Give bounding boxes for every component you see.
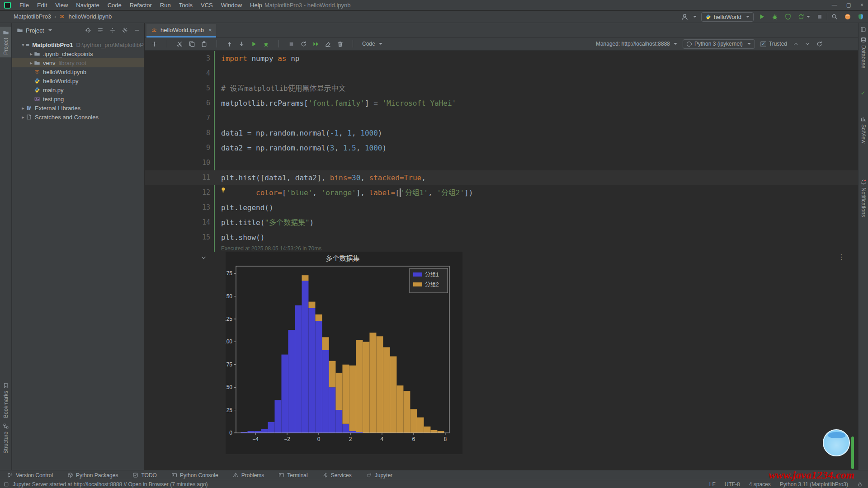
delete-cell-icon[interactable]	[337, 41, 344, 47]
code-line-13[interactable]: 13plt.legend()	[145, 200, 858, 215]
clear-outputs-icon[interactable]	[325, 41, 331, 47]
minimize-window-icon[interactable]: —	[832, 2, 837, 8]
add-cell-icon[interactable]	[151, 41, 158, 47]
menu-edit[interactable]: Edit	[33, 2, 51, 9]
tree-right-chevron-icon[interactable]: ▸	[20, 114, 26, 120]
cell-type-select[interactable]: Code	[362, 41, 382, 47]
go-to-next-cell-icon[interactable]	[804, 41, 811, 47]
run-cell-icon[interactable]	[250, 41, 257, 47]
tree-item-venv[interactable]: ▸venvlibrary root	[12, 58, 144, 67]
tab-helloworld-ipynb[interactable]: helloWorld.ipynb ×	[146, 24, 216, 38]
tool-window-button-terminal[interactable]: Terminal	[271, 472, 315, 479]
tree-right-chevron-icon[interactable]: ▸	[28, 51, 34, 57]
code-line-6[interactable]: 6matplotlib.rcParams['font.family'] = 'M…	[145, 96, 858, 111]
code-line-11[interactable]: 11plt.hist([data1, data2], bins=30, stac…	[145, 170, 858, 185]
status-widget-line-ending[interactable]: LF	[709, 481, 716, 488]
jupyter-server-select[interactable]: Managed: http://localhost:8888	[596, 41, 677, 47]
tool-window-button-jupyter[interactable]: Jupyter	[359, 472, 400, 479]
project-panel-title[interactable]: Project	[26, 27, 44, 34]
code-line-15[interactable]: 15plt.show()	[145, 230, 858, 245]
status-widget-encoding[interactable]: UTF-8	[725, 481, 740, 488]
tree-item-test-png[interactable]: test.png	[12, 94, 144, 103]
status-widget-interpreter[interactable]: Python 3.11 (MatplotlibPro3)	[780, 481, 848, 488]
intention-bulb-icon[interactable]	[220, 186, 227, 193]
code-cell[interactable]: 3import numpy as np45# 设置matplotlib使用黑体显…	[145, 51, 858, 245]
restart-kernel-icon[interactable]	[300, 41, 307, 47]
menu-help[interactable]: Help	[246, 2, 266, 9]
tree-item-helloworld-py[interactable]: helloWorld.py	[12, 76, 144, 85]
menu-refactor[interactable]: Refactor	[126, 2, 156, 9]
tool-window-tab-notifications[interactable]: Notifications	[859, 179, 868, 217]
kernel-select[interactable]: Python 3 (ipykernel)	[683, 39, 755, 49]
menu-tools[interactable]: Tools	[175, 2, 197, 9]
code-line-7[interactable]: 7	[145, 111, 858, 126]
menu-code[interactable]: Code	[104, 2, 126, 9]
code-line-14[interactable]: 14plt.title("多个数据集")	[145, 215, 858, 230]
plugin-update-icon[interactable]	[844, 13, 851, 20]
menu-run[interactable]: Run	[156, 2, 175, 9]
code-line-9[interactable]: 9data2 = np.random.normal(3, 1.5, 1000)	[145, 141, 858, 155]
debug-button[interactable]	[771, 13, 778, 20]
tree-right-chevron-icon[interactable]: ▸	[28, 60, 34, 66]
tool-window-tab-project[interactable]: Project	[0, 27, 11, 57]
move-cell-up-icon[interactable]	[226, 41, 233, 47]
menu-navigate[interactable]: Navigate	[72, 2, 103, 9]
tree-item-external-libraries[interactable]: ▸External Libraries	[12, 103, 144, 113]
run-configuration-select[interactable]: helloWorld	[701, 12, 754, 22]
stop-button[interactable]	[816, 13, 823, 20]
hide-panel-icon[interactable]	[134, 27, 140, 33]
tree-right-chevron-icon[interactable]: ▸	[20, 105, 26, 111]
close-tab-icon[interactable]: ×	[208, 27, 212, 33]
tool-window-switcher-icon[interactable]	[4, 482, 9, 487]
locate-file-icon[interactable]	[85, 27, 91, 33]
menu-file[interactable]: File	[15, 2, 33, 9]
move-cell-down-icon[interactable]	[238, 41, 245, 47]
close-window-icon[interactable]: ×	[860, 2, 863, 8]
copy-cell-icon[interactable]	[189, 41, 195, 47]
breadcrumb-file[interactable]: helloWorld.ipynb	[68, 13, 112, 20]
code-line-3[interactable]: 3import numpy as np	[145, 51, 858, 66]
tree-item-scratches-and-consoles[interactable]: ▸Scratches and Consoles	[12, 113, 144, 122]
tool-window-tab-database[interactable]: Database	[859, 37, 868, 68]
tool-window-tab-sciview[interactable]: SciView	[859, 116, 868, 143]
tool-window-button-python-console[interactable]: Python Console	[164, 472, 226, 479]
tool-window-tab-structure[interactable]: Structure	[0, 423, 11, 454]
chevron-down-icon[interactable]	[200, 254, 207, 261]
code-line-12[interactable]: 12 color=['blue', 'orange'], label=['分组1…	[145, 185, 858, 200]
inspections-ok-icon[interactable]: ✓	[861, 90, 865, 96]
paste-cell-icon[interactable]	[201, 41, 208, 47]
run-all-icon[interactable]	[312, 41, 319, 47]
rerun-button[interactable]	[797, 13, 810, 20]
coverage-button[interactable]	[784, 13, 792, 20]
floating-avatar-badge[interactable]	[823, 429, 850, 456]
tool-window-button-problems[interactable]: Problems	[226, 472, 272, 479]
expand-all-icon[interactable]	[97, 27, 104, 33]
notebook-settings-icon[interactable]	[816, 41, 823, 47]
tree-item-main-py[interactable]: main.py	[12, 85, 144, 94]
tree-item-matplotlibpro1[interactable]: ▾MatplotlibPro1D:\python_pro\MatplotlibP	[12, 40, 144, 49]
lock-icon[interactable]	[857, 482, 863, 487]
menu-window[interactable]: Window	[217, 2, 246, 9]
security-shield-icon[interactable]	[857, 13, 864, 20]
tool-window-tab-bookmarks[interactable]: Bookmarks	[0, 382, 11, 418]
interrupt-kernel-icon[interactable]	[288, 41, 295, 47]
debug-cell-icon[interactable]	[263, 41, 269, 47]
trusted-checkbox[interactable]: ✓ Trusted	[760, 41, 787, 47]
run-button[interactable]	[758, 13, 765, 20]
code-line-10[interactable]: 10	[145, 155, 858, 170]
status-message[interactable]: Jupyter Server started at http://localho…	[13, 481, 208, 488]
user-icon[interactable]	[681, 13, 689, 21]
output-options-kebab-icon[interactable]: ⋮	[838, 253, 845, 261]
user-account-icon[interactable]	[681, 13, 689, 21]
tool-window-button-version-control[interactable]: Version Control	[0, 472, 60, 479]
tree-down-chevron-icon[interactable]: ▾	[20, 42, 26, 48]
collapse-output-icon[interactable]	[200, 254, 207, 261]
go-to-previous-cell-icon[interactable]	[793, 41, 799, 47]
menu-view[interactable]: View	[51, 2, 72, 9]
tool-window-button-python-packages[interactable]: Python Packages	[60, 472, 125, 479]
code-line-4[interactable]: 4	[145, 66, 858, 81]
breadcrumb-project[interactable]: MatplotlibPro3	[14, 13, 51, 20]
menu-vcs[interactable]: VCS	[197, 2, 217, 9]
tool-window-button-services[interactable]: Services	[315, 472, 359, 479]
right-stripe-top-icon[interactable]	[860, 27, 866, 33]
